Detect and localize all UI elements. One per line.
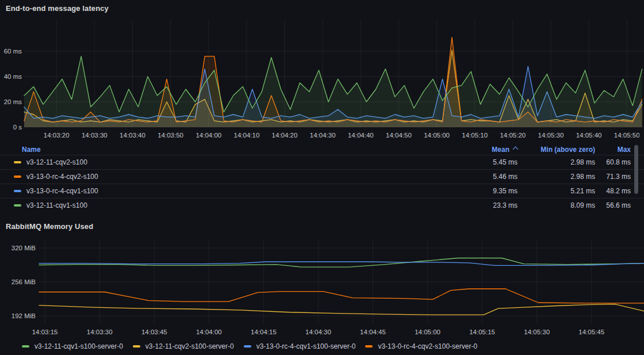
series-color-swatch <box>22 345 29 348</box>
legend-item[interactable]: v3-12-11-cqv2-s100-server-0 <box>133 342 234 350</box>
x-axis-tick-label: 14:04:10 <box>234 132 260 139</box>
x-axis-tick-label: 14:04:15 <box>251 329 277 335</box>
series-color-swatch <box>14 161 21 163</box>
horizontal-gridlines: 192 MiB256 MiB320 MiB <box>12 245 644 319</box>
x-axis-tick-label: 14:03:30 <box>82 132 108 139</box>
panel-title-latency[interactable]: End-to-end message latency <box>6 4 109 13</box>
memory-chart-canvas[interactable]: 192 MiB256 MiB320 MiB14:03:1514:03:3014:… <box>0 233 644 342</box>
series-color-swatch <box>14 204 21 207</box>
mean-value: 9.35 ms <box>448 187 518 195</box>
series-color-swatch <box>133 345 140 348</box>
x-axis-tick-label: 14:05:45 <box>578 329 604 335</box>
x-axis-tick-label: 14:05:30 <box>524 329 550 335</box>
y-axis-tick-label: 0 s <box>13 124 22 131</box>
min-value: 2.98 ms <box>518 158 595 166</box>
mean-value: 23.3 ms <box>448 201 518 209</box>
x-axis-tick-label: 14:03:20 <box>44 132 70 139</box>
series-name[interactable]: v3-12-11-cqv2-s100 <box>26 158 87 166</box>
series-color-swatch <box>244 345 251 348</box>
x-axis-tick-label: 14:03:30 <box>87 329 113 335</box>
x-axis-tick-label: 14:04:00 <box>196 329 222 335</box>
x-axis-tick-label: 14:03:15 <box>32 329 58 335</box>
y-axis-tick-label: 60 ms <box>4 48 22 55</box>
y-axis-tick-label: 320 MiB <box>12 245 36 251</box>
x-axis-tick-labels: 14:03:1514:03:3014:03:4514:04:0014:04:15… <box>32 329 604 335</box>
min-value: 8.09 ms <box>518 201 595 209</box>
x-axis-tick-label: 14:03:45 <box>141 329 167 335</box>
legend-table-header: Name Mean Min (above zero) Max <box>0 144 644 155</box>
mean-value: 5.45 ms <box>448 158 518 166</box>
x-axis-tick-label: 14:05:40 <box>576 132 602 139</box>
legend-item[interactable]: v3-13-0-rc-4-cqv1-s100-server-0 <box>244 342 356 350</box>
series-name[interactable]: v3-13-0-rc-4-cqv1-s100 <box>26 187 98 195</box>
table-row: v3-13-0-rc-4-cqv2-s100 5.46 ms 2.98 ms 7… <box>0 169 644 184</box>
legend-item[interactable]: v3-12-11-cqv1-s100-server-0 <box>22 342 123 350</box>
min-value: 5.21 ms <box>518 187 595 195</box>
x-axis-tick-label: 14:04:00 <box>195 132 221 139</box>
table-row: v3-12-11-cqv2-s100 5.45 ms 2.98 ms 60.8 … <box>0 155 644 169</box>
x-axis-tick-label: 14:04:45 <box>360 329 386 335</box>
series-name[interactable]: v3-12-11-cqv1-s100 <box>26 201 87 209</box>
x-axis-tick-label: 14:04:30 <box>305 329 331 335</box>
x-axis-tick-label: 14:04:50 <box>386 132 412 139</box>
y-axis-tick-label: 40 ms <box>4 73 22 80</box>
latency-chart-canvas[interactable]: 0 s20 ms40 ms60 ms14:03:2014:03:3014:03:… <box>0 16 644 145</box>
max-value: 56.6 ms <box>595 201 631 209</box>
x-axis-tick-label: 14:03:40 <box>120 132 145 139</box>
max-value: 48.2 ms <box>595 187 631 195</box>
series-color-swatch <box>14 175 21 178</box>
x-axis-tick-label: 14:05:30 <box>538 132 564 139</box>
x-axis-tick-label: 14:05:15 <box>469 329 495 335</box>
grafana-dashboard: End-to-end message latency 0 s20 ms40 ms… <box>0 0 644 355</box>
column-header-name[interactable]: Name <box>0 146 448 154</box>
series-v3-12-11-cqv2-s100-server-0 <box>39 304 644 315</box>
table-row: v3-13-0-rc-4-cqv1-s100 9.35 ms 5.21 ms 4… <box>0 184 644 198</box>
max-value: 71.3 ms <box>595 173 631 181</box>
x-axis-tick-label: 14:05:00 <box>415 329 440 335</box>
x-axis-tick-label: 14:05:00 <box>424 132 450 139</box>
y-axis-tick-label: 192 MiB <box>12 312 36 319</box>
x-axis-tick-label: 14:05:50 <box>614 132 640 139</box>
legend-item[interactable]: v3-13-0-rc-4-cqv2-s100-server-0 <box>365 342 477 350</box>
series-v3-12-11-cqv1-s100 <box>24 56 642 127</box>
panel-title-memory[interactable]: RabbitMQ Memory Used <box>6 222 93 231</box>
mean-value: 5.46 ms <box>448 173 518 181</box>
x-axis-tick-label: 14:04:30 <box>310 132 336 139</box>
series-name[interactable]: v3-13-0-rc-4-cqv2-s100 <box>26 173 98 181</box>
x-axis-tick-label: 14:04:40 <box>348 132 374 139</box>
series-v3-13-0-rc-4-cqv2-s100-server-0 <box>39 289 644 303</box>
column-header-max[interactable]: Max <box>595 146 631 154</box>
min-value: 2.98 ms <box>518 173 595 181</box>
y-axis-tick-label: 20 ms <box>4 98 22 105</box>
legend-scrollbar[interactable] <box>634 145 638 194</box>
x-axis-tick-label: 14:05:20 <box>500 132 526 139</box>
x-axis-tick-label: 14:05:10 <box>462 132 488 139</box>
y-axis-tick-label: 256 MiB <box>12 278 36 285</box>
memory-chart-legend: v3-12-11-cqv1-s100-server-0 v3-12-11-cqv… <box>22 342 477 350</box>
table-row: v3-12-11-cqv1-s100 23.3 ms 8.09 ms 56.6 … <box>0 198 644 212</box>
column-header-min[interactable]: Min (above zero) <box>518 146 595 154</box>
x-axis-tick-labels: 14:03:2014:03:3014:03:4014:03:5014:04:00… <box>44 132 640 139</box>
series-color-swatch <box>14 190 21 192</box>
x-axis-tick-label: 14:04:20 <box>272 132 298 139</box>
series-color-swatch <box>365 345 373 348</box>
max-value: 60.8 ms <box>595 158 631 166</box>
x-axis-tick-label: 14:03:50 <box>158 132 183 139</box>
column-header-mean[interactable]: Mean <box>448 146 518 154</box>
latency-legend-table: Name Mean Min (above zero) Max v3-12-11-… <box>0 144 644 212</box>
